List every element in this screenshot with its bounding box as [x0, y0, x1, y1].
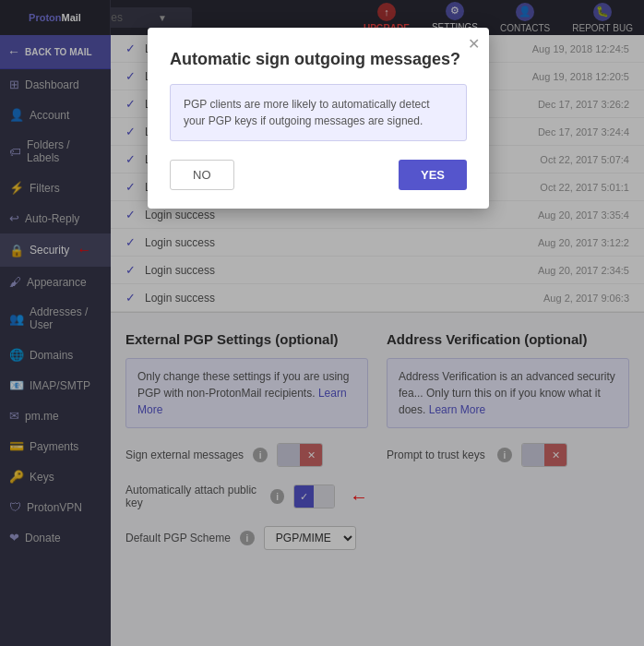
modal-overlay: ✕ Automatic sign outgoing messages? PGP … — [0, 0, 644, 646]
modal-title: Automatic sign outgoing messages? — [170, 50, 467, 69]
modal-close-button[interactable]: ✕ — [468, 35, 480, 53]
modal-yes-button[interactable]: YES — [399, 160, 467, 190]
modal-no-button[interactable]: NO — [170, 160, 234, 190]
modal-info-box: PGP clients are more likely to automatic… — [170, 84, 467, 141]
modal-buttons: NO YES — [170, 160, 467, 190]
modal-box: ✕ Automatic sign outgoing messages? PGP … — [148, 28, 489, 209]
